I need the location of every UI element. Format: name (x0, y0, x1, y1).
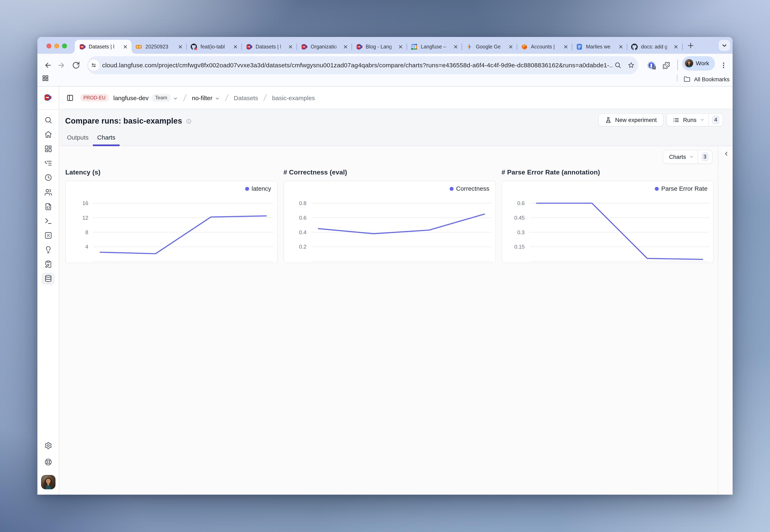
browser-tab[interactable]: docs: add ɡ (627, 40, 682, 54)
browser-profile-chip[interactable]: Work (682, 56, 715, 70)
charts-select-button[interactable]: Charts 3 (663, 150, 712, 164)
breadcrumb-org[interactable]: langfuse-dev (113, 94, 148, 101)
browser-menu-icon[interactable] (720, 60, 727, 70)
sidebar-item-support[interactable] (41, 456, 55, 468)
chart-title: Latency (s) (65, 169, 278, 180)
collapse-panel-icon[interactable] (723, 151, 729, 157)
clock-icon (44, 174, 52, 182)
back-button[interactable] (44, 61, 52, 69)
desktop: Datasets | l20250923feat(io-tabl Dataset… (0, 0, 770, 532)
sidebar-item-llm-as-a-judge[interactable] (41, 244, 55, 256)
gdocs-favicon (576, 44, 583, 50)
sidebar-item-home[interactable] (41, 128, 55, 141)
chevron-down-icon[interactable] (215, 95, 220, 100)
chevron-down-icon[interactable] (173, 95, 178, 100)
gemini-favicon (466, 44, 472, 50)
tab-close-icon[interactable] (122, 44, 128, 50)
runs-label: Runs (683, 117, 697, 123)
page-tab-outputs[interactable]: Outputs (63, 134, 93, 146)
sidebar-item-evaluation[interactable] (41, 229, 55, 242)
tab-close-icon[interactable] (618, 44, 624, 50)
tab-separator (296, 44, 297, 50)
browser-tab[interactable]: Datasets | l (75, 40, 131, 54)
chevron-down-icon (700, 117, 705, 122)
breadcrumb-datasets-link[interactable]: Datasets (234, 94, 258, 101)
folder-icon (684, 76, 690, 83)
site-settings-icon[interactable] (88, 60, 99, 71)
tab-title: Google Ge (476, 44, 506, 50)
browser-tab[interactable]: feat(io-tabl (186, 40, 242, 54)
tab-close-icon[interactable] (673, 44, 679, 50)
page-tabs: OutputsCharts (63, 134, 119, 146)
flask-icon (605, 117, 612, 123)
sidebar-item-tracing[interactable] (41, 157, 55, 170)
legend-label: latency (252, 185, 271, 192)
sidebar-item-sessions[interactable] (41, 172, 55, 184)
legend-label: Parse Error Rate (661, 185, 707, 192)
sidebar-item-annotation[interactable] (41, 258, 55, 270)
info-icon[interactable] (186, 118, 192, 124)
window-zoom-button[interactable] (62, 43, 67, 48)
tab-separator (351, 44, 352, 50)
reload-button[interactable] (72, 61, 80, 69)
browser-tab[interactable]: 6Langfuse – (407, 40, 462, 54)
runs-button[interactable]: Runs 4 (667, 113, 723, 126)
langfuse-favicon (246, 44, 252, 50)
tab-close-icon[interactable] (177, 44, 183, 50)
tab-close-icon[interactable] (288, 44, 293, 50)
sidebar-item-datasets[interactable] (41, 272, 55, 285)
sidebar-item-search[interactable] (41, 114, 55, 126)
tab-close-icon[interactable] (343, 44, 348, 50)
tab-title: Marlies we (586, 44, 616, 50)
tab-search-chevron-button[interactable] (719, 40, 730, 51)
sidebar-item-users[interactable] (41, 186, 55, 198)
browser-tab[interactable]: 20250923 (131, 40, 186, 54)
terminal-icon (44, 217, 52, 225)
page-title: Compare runs: basic-examples (65, 116, 182, 125)
browser-tab[interactable]: Blog - Lang (352, 40, 407, 54)
browser-tab[interactable]: Marlies we (572, 40, 627, 54)
tab-close-icon[interactable] (453, 44, 458, 50)
new-tab-button[interactable] (687, 42, 694, 49)
zoom-icon[interactable] (614, 61, 622, 69)
chart-column: # Correctness (eval)0.80.60.40.2Correctn… (284, 169, 496, 263)
password-manager-extension-icon[interactable] (647, 61, 656, 70)
new-experiment-button[interactable]: New experiment (598, 113, 664, 126)
window-close-button[interactable] (46, 43, 51, 48)
browser-tab[interactable]: Accounts | (517, 40, 572, 54)
page-tab-charts[interactable]: Charts (93, 134, 119, 146)
tab-title: Datasets | l (256, 44, 286, 50)
tab-close-icon[interactable] (233, 44, 238, 50)
browser-tab[interactable]: Google Ge (462, 40, 517, 54)
breadcrumb-project[interactable]: no-filter (192, 94, 213, 101)
sidebar-item-dashboards[interactable] (41, 143, 55, 155)
tab-close-icon[interactable] (398, 44, 403, 50)
browser-window: Datasets | l20250923feat(io-tabl Dataset… (37, 37, 733, 495)
legend-dot (245, 187, 249, 190)
breadcrumb-slash (180, 93, 189, 102)
cube-favicon (521, 44, 527, 50)
sidebar-item-prompts[interactable] (41, 200, 55, 213)
window-minimize-button[interactable] (54, 43, 59, 48)
tab-close-icon[interactable] (508, 44, 513, 50)
bookmark-star-icon[interactable] (627, 61, 635, 69)
chart-line (536, 203, 702, 259)
tab-title: feat(io-tabl (201, 44, 231, 50)
panel-left-icon[interactable] (67, 94, 73, 101)
browser-tab[interactable]: Datasets | l (242, 40, 297, 54)
url-bar[interactable]: cloud.langfuse.com/project/cmfwgv8fx002o… (87, 56, 638, 74)
breadcrumb: PROD-EUlangfuse-devTeamno-filterDatasets… (67, 87, 315, 109)
tab-close-icon[interactable] (563, 44, 569, 50)
sidebar-item-playground[interactable] (41, 215, 55, 227)
url-text[interactable]: cloud.langfuse.com/project/cmfwgv8fx002o… (102, 56, 613, 74)
sidebar-item-logo[interactable] (41, 92, 55, 104)
user-avatar[interactable] (41, 475, 55, 489)
all-bookmarks-button[interactable]: All Bookmarks (684, 76, 730, 83)
forward-button[interactable] (57, 61, 65, 69)
browser-tab[interactable]: Organizatio (297, 40, 352, 54)
tab-separator (186, 44, 187, 50)
sidebar-item-settings[interactable] (41, 439, 55, 452)
y-tick-label: 4 (85, 243, 88, 250)
extensions-icon[interactable] (662, 61, 670, 69)
apps-grid-icon[interactable] (42, 75, 48, 81)
